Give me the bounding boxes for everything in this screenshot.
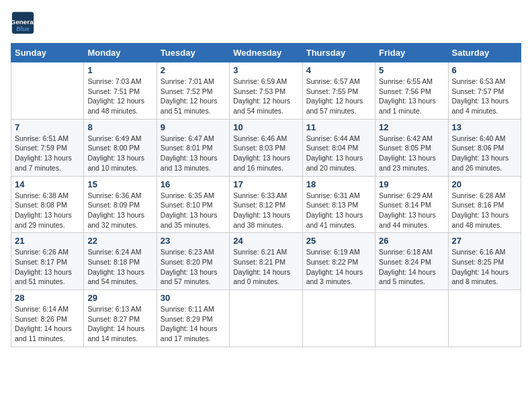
day-cell <box>302 290 375 347</box>
day-number: 5 <box>379 65 444 75</box>
day-cell: 9Sunrise: 6:47 AM Sunset: 8:01 PM Daylig… <box>157 119 229 176</box>
day-info: Sunrise: 6:28 AM Sunset: 8:16 PM Dayligh… <box>452 191 517 230</box>
logo: General Blue <box>11 11 38 35</box>
col-friday: Friday <box>375 44 448 62</box>
day-info: Sunrise: 6:47 AM Sunset: 8:01 PM Dayligh… <box>161 134 226 173</box>
day-number: 28 <box>15 293 80 303</box>
day-number: 21 <box>15 236 80 246</box>
header: General Blue <box>11 11 521 35</box>
day-cell: 4Sunrise: 6:57 AM Sunset: 7:55 PM Daylig… <box>302 62 375 120</box>
logo-icon: General Blue <box>11 11 35 35</box>
day-cell: 12Sunrise: 6:42 AM Sunset: 8:05 PM Dayli… <box>375 119 448 176</box>
day-number: 10 <box>233 122 298 132</box>
day-number: 4 <box>306 65 371 75</box>
day-cell: 6Sunrise: 6:53 AM Sunset: 7:57 PM Daylig… <box>448 62 521 120</box>
day-info: Sunrise: 6:59 AM Sunset: 7:53 PM Dayligh… <box>233 77 298 116</box>
day-cell: 2Sunrise: 7:01 AM Sunset: 7:52 PM Daylig… <box>157 62 229 120</box>
column-header-row: Sunday Monday Tuesday Wednesday Thursday… <box>11 44 521 62</box>
col-sunday: Sunday <box>11 44 84 62</box>
day-cell: 14Sunrise: 6:38 AM Sunset: 8:08 PM Dayli… <box>11 176 84 233</box>
day-cell: 21Sunrise: 6:26 AM Sunset: 8:17 PM Dayli… <box>11 233 84 290</box>
day-cell: 7Sunrise: 6:51 AM Sunset: 7:59 PM Daylig… <box>11 119 84 176</box>
day-cell: 25Sunrise: 6:19 AM Sunset: 8:22 PM Dayli… <box>302 233 375 290</box>
day-cell: 3Sunrise: 6:59 AM Sunset: 7:53 PM Daylig… <box>230 62 302 120</box>
day-cell: 19Sunrise: 6:29 AM Sunset: 8:14 PM Dayli… <box>375 176 448 233</box>
day-number: 29 <box>87 293 152 303</box>
day-number: 19 <box>379 179 444 189</box>
day-cell: 16Sunrise: 6:35 AM Sunset: 8:10 PM Dayli… <box>157 176 229 233</box>
day-number: 6 <box>452 65 517 75</box>
col-thursday: Thursday <box>302 44 375 62</box>
day-info: Sunrise: 7:01 AM Sunset: 7:52 PM Dayligh… <box>161 77 226 116</box>
day-number: 13 <box>452 122 517 132</box>
day-cell: 10Sunrise: 6:46 AM Sunset: 8:03 PM Dayli… <box>230 119 302 176</box>
day-number: 23 <box>161 236 226 246</box>
day-cell <box>448 290 521 347</box>
day-info: Sunrise: 6:35 AM Sunset: 8:10 PM Dayligh… <box>161 191 226 230</box>
day-number: 30 <box>161 293 226 303</box>
day-number: 15 <box>87 179 152 189</box>
day-cell <box>230 290 302 347</box>
day-cell <box>11 62 84 120</box>
day-number: 22 <box>87 236 152 246</box>
day-number: 16 <box>161 179 226 189</box>
day-cell: 24Sunrise: 6:21 AM Sunset: 8:21 PM Dayli… <box>230 233 302 290</box>
day-info: Sunrise: 6:11 AM Sunset: 8:29 PM Dayligh… <box>161 304 226 344</box>
day-number: 8 <box>87 122 152 132</box>
day-info: Sunrise: 6:19 AM Sunset: 8:22 PM Dayligh… <box>306 247 371 287</box>
day-info: Sunrise: 6:21 AM Sunset: 8:21 PM Dayligh… <box>233 247 298 287</box>
week-row-1: 1Sunrise: 7:03 AM Sunset: 7:51 PM Daylig… <box>11 62 521 120</box>
day-info: Sunrise: 6:44 AM Sunset: 8:04 PM Dayligh… <box>306 134 371 173</box>
day-number: 7 <box>15 122 80 132</box>
week-row-5: 28Sunrise: 6:14 AM Sunset: 8:26 PM Dayli… <box>11 290 521 347</box>
day-cell: 29Sunrise: 6:13 AM Sunset: 8:27 PM Dayli… <box>84 290 157 347</box>
col-tuesday: Tuesday <box>157 44 229 62</box>
day-number: 1 <box>87 65 152 75</box>
day-info: Sunrise: 7:03 AM Sunset: 7:51 PM Dayligh… <box>87 77 152 116</box>
day-info: Sunrise: 6:26 AM Sunset: 8:17 PM Dayligh… <box>15 247 80 287</box>
day-cell: 28Sunrise: 6:14 AM Sunset: 8:26 PM Dayli… <box>11 290 84 347</box>
day-cell: 23Sunrise: 6:23 AM Sunset: 8:20 PM Dayli… <box>157 233 229 290</box>
col-saturday: Saturday <box>448 44 521 62</box>
day-info: Sunrise: 6:13 AM Sunset: 8:27 PM Dayligh… <box>87 304 152 344</box>
day-info: Sunrise: 6:49 AM Sunset: 8:00 PM Dayligh… <box>87 134 152 173</box>
day-info: Sunrise: 6:18 AM Sunset: 8:24 PM Dayligh… <box>379 247 444 287</box>
day-cell: 11Sunrise: 6:44 AM Sunset: 8:04 PM Dayli… <box>302 119 375 176</box>
day-number: 26 <box>379 236 444 246</box>
day-info: Sunrise: 6:57 AM Sunset: 7:55 PM Dayligh… <box>306 77 371 116</box>
day-cell: 5Sunrise: 6:55 AM Sunset: 7:56 PM Daylig… <box>375 62 448 120</box>
day-cell: 1Sunrise: 7:03 AM Sunset: 7:51 PM Daylig… <box>84 62 157 120</box>
day-cell: 17Sunrise: 6:33 AM Sunset: 8:12 PM Dayli… <box>230 176 302 233</box>
week-row-4: 21Sunrise: 6:26 AM Sunset: 8:17 PM Dayli… <box>11 233 521 290</box>
day-info: Sunrise: 6:23 AM Sunset: 8:20 PM Dayligh… <box>161 247 226 287</box>
svg-text:Blue: Blue <box>16 26 30 32</box>
day-cell: 20Sunrise: 6:28 AM Sunset: 8:16 PM Dayli… <box>448 176 521 233</box>
day-number: 14 <box>15 179 80 189</box>
col-monday: Monday <box>84 44 157 62</box>
day-info: Sunrise: 6:14 AM Sunset: 8:26 PM Dayligh… <box>15 304 80 344</box>
day-cell: 8Sunrise: 6:49 AM Sunset: 8:00 PM Daylig… <box>84 119 157 176</box>
day-cell: 30Sunrise: 6:11 AM Sunset: 8:29 PM Dayli… <box>157 290 229 347</box>
day-info: Sunrise: 6:51 AM Sunset: 7:59 PM Dayligh… <box>15 134 80 173</box>
day-info: Sunrise: 6:53 AM Sunset: 7:57 PM Dayligh… <box>452 77 517 116</box>
svg-text:General: General <box>11 18 35 26</box>
day-number: 18 <box>306 179 371 189</box>
day-number: 17 <box>233 179 298 189</box>
day-info: Sunrise: 6:16 AM Sunset: 8:25 PM Dayligh… <box>452 247 517 287</box>
day-cell <box>375 290 448 347</box>
day-info: Sunrise: 6:46 AM Sunset: 8:03 PM Dayligh… <box>233 134 298 173</box>
day-number: 2 <box>161 65 226 75</box>
day-cell: 15Sunrise: 6:36 AM Sunset: 8:09 PM Dayli… <box>84 176 157 233</box>
day-number: 9 <box>161 122 226 132</box>
day-number: 3 <box>233 65 298 75</box>
week-row-3: 14Sunrise: 6:38 AM Sunset: 8:08 PM Dayli… <box>11 176 521 233</box>
day-cell: 22Sunrise: 6:24 AM Sunset: 8:18 PM Dayli… <box>84 233 157 290</box>
day-info: Sunrise: 6:24 AM Sunset: 8:18 PM Dayligh… <box>87 247 152 287</box>
day-info: Sunrise: 6:38 AM Sunset: 8:08 PM Dayligh… <box>15 191 80 230</box>
day-cell: 27Sunrise: 6:16 AM Sunset: 8:25 PM Dayli… <box>448 233 521 290</box>
day-number: 24 <box>233 236 298 246</box>
calendar-body: 1Sunrise: 7:03 AM Sunset: 7:51 PM Daylig… <box>11 62 521 347</box>
day-info: Sunrise: 6:36 AM Sunset: 8:09 PM Dayligh… <box>87 191 152 230</box>
day-cell: 26Sunrise: 6:18 AM Sunset: 8:24 PM Dayli… <box>375 233 448 290</box>
day-number: 20 <box>452 179 517 189</box>
